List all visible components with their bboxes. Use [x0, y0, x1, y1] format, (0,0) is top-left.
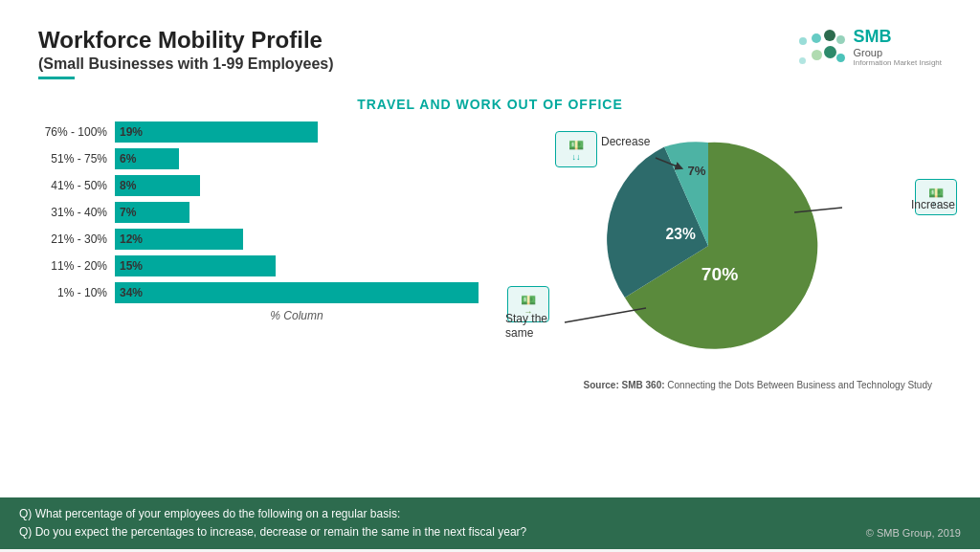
pie-label-increase: 23% — [666, 226, 696, 242]
bar-row: 41% - 50% 8% — [38, 175, 479, 196]
bar-track-1: 6% — [115, 148, 479, 169]
source-name: SMB 360: — [622, 380, 665, 390]
title-underline — [38, 77, 75, 79]
pie-label-decrease: 7% — [687, 164, 705, 178]
bar-row: 76% - 100% 19% — [38, 121, 479, 143]
bar-label-1: 51% - 75% — [38, 152, 107, 166]
bar-label-0: 76% - 100% — [38, 125, 107, 139]
header-area: Workforce Mobility Profile (Small Busine… — [38, 27, 942, 79]
logo-text: SMB Group Information Market Insight — [854, 27, 942, 67]
charts-area: 76% - 100% 19% 51% - 75% 6% 41% - 50% — [38, 121, 942, 370]
source-line: Source: SMB 360: Connecting the Dots Bet… — [38, 380, 942, 390]
bar-label-4: 21% - 30% — [38, 232, 107, 246]
copyright: © SMB Group, 2019 — [866, 525, 961, 542]
bar-fill-1: 6% — [115, 148, 179, 169]
subtitle: (Small Businesses with 1-99 Employees) — [38, 55, 334, 73]
bar-value-1: 6% — [120, 152, 136, 166]
bar-fill-0: 19% — [115, 121, 318, 143]
bar-label-2: 41% - 50% — [38, 179, 107, 192]
logo-group: Group — [854, 47, 942, 58]
bar-value-2: 8% — [120, 179, 136, 192]
bar-row: 1% - 10% 34% — [38, 282, 479, 303]
bar-axis-label: % Column — [38, 309, 479, 322]
footer-q1: Q) What percentage of your employees do … — [19, 505, 961, 523]
pie-svg: 70% 23% 7% — [593, 131, 823, 361]
bar-fill-5: 15% — [115, 255, 276, 276]
pie-legend: 💵 ↓↓ Decrease 💵 ↑↑ Increase 💵 → Stay the… — [498, 121, 957, 370]
increase-label: Increase — [911, 198, 955, 211]
bar-track-2: 8% — [115, 175, 479, 196]
logo-area: SMB Group Information Market Insight — [799, 27, 942, 67]
bar-chart: 76% - 100% 19% 51% - 75% 6% 41% - 50% — [38, 121, 479, 370]
section-title: TRAVEL AND WORK OUT OF OFFICE — [38, 97, 942, 112]
bar-track-4: 12% — [115, 229, 479, 250]
bar-track-5: 15% — [115, 255, 479, 276]
bar-row: 11% - 20% 15% — [38, 255, 479, 276]
bar-fill-4: 12% — [115, 229, 243, 250]
bar-row: 51% - 75% 6% — [38, 148, 479, 169]
stay-label: Stay thesame — [505, 312, 547, 342]
title-block: Workforce Mobility Profile (Small Busine… — [38, 27, 334, 79]
bar-value-5: 15% — [120, 259, 143, 273]
bar-track-0: 19% — [115, 121, 479, 143]
bar-value-3: 7% — [120, 206, 136, 219]
decrease-icon-box: 💵 ↓↓ — [555, 131, 597, 167]
bar-track-3: 7% — [115, 202, 479, 223]
bar-track-6: 34% — [115, 282, 479, 303]
bar-value-0: 19% — [120, 125, 143, 139]
bar-label-6: 1% - 10% — [38, 286, 107, 299]
main-title: Workforce Mobility Profile — [38, 27, 334, 54]
pie-label-stay: 70% — [702, 264, 738, 284]
logo-dots — [799, 30, 846, 64]
bar-fill-6: 34% — [115, 282, 479, 303]
footer-q2: Q) Do you expect the percentages to incr… — [19, 523, 961, 541]
logo-tagline: Information Market Insight — [854, 58, 942, 67]
logo-smb: SMB — [854, 27, 942, 47]
bar-label-3: 31% - 40% — [38, 206, 107, 219]
source-text: Connecting the Dots Between Business and… — [667, 380, 932, 390]
main-card: Workforce Mobility Profile (Small Busine… — [0, 0, 980, 497]
bar-row: 21% - 30% 12% — [38, 229, 479, 250]
bar-label-5: 11% - 20% — [38, 259, 107, 273]
source-prefix: Source: — [584, 380, 619, 390]
bar-value-6: 34% — [120, 286, 143, 299]
pie-area: 💵 ↓↓ Decrease 💵 ↑↑ Increase 💵 → Stay the… — [498, 121, 957, 370]
bar-fill-2: 8% — [115, 175, 200, 196]
bar-fill-3: 7% — [115, 202, 189, 223]
bar-row: 31% - 40% 7% — [38, 202, 479, 223]
footer-bar: Q) What percentage of your employees do … — [0, 497, 980, 549]
bar-value-4: 12% — [120, 232, 143, 246]
